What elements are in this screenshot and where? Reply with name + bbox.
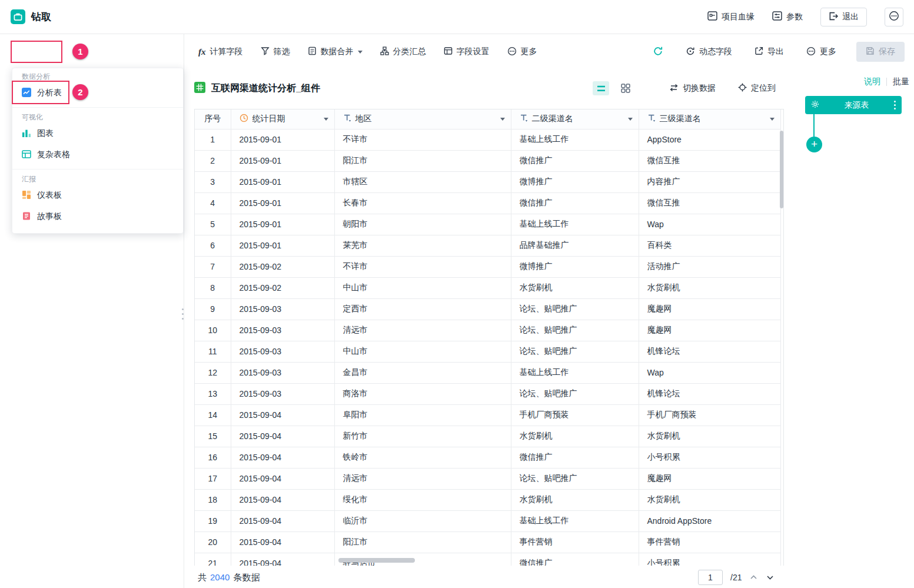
more-left-button[interactable]: 更多 xyxy=(507,46,537,58)
cell-channel3: 水货刷机 xyxy=(639,426,780,447)
column-label-channel2: 二级渠道名 xyxy=(532,114,573,124)
cell-channel3: Wap xyxy=(639,362,780,383)
dashboard-icon xyxy=(22,190,31,201)
project-lineage-button[interactable]: 项目血缘 xyxy=(707,11,755,22)
note-tab[interactable]: 说明 xyxy=(864,77,880,87)
save-button[interactable]: 保存 xyxy=(856,42,905,62)
table-row[interactable]: 8 2015-09-02 中山市 水货刷机 水货刷机 xyxy=(195,277,780,298)
export-button[interactable]: 导出 xyxy=(755,46,784,57)
storyboard-icon xyxy=(22,211,31,222)
filter-button[interactable]: 筛选 xyxy=(261,46,290,57)
switch-data-button[interactable]: 切换数据 xyxy=(669,83,716,94)
add-step-button[interactable]: + xyxy=(806,137,822,152)
data-merge-button[interactable]: 数据合并 xyxy=(308,46,363,57)
locate-to-button[interactable]: 定位到 xyxy=(738,83,776,94)
document-icon xyxy=(308,46,317,57)
cell-date: 2015-09-04 xyxy=(231,404,334,426)
right-panel-tabs: 说明 批量 xyxy=(864,77,909,87)
data-table-container: 序号 统计日期 地区 二级渠道名 xyxy=(194,109,784,566)
params-button[interactable]: 参数 xyxy=(772,11,803,22)
menu-item-storyboard[interactable]: 故事板 xyxy=(12,206,183,227)
cell-region: 中山市 xyxy=(334,277,511,298)
org-chart-icon xyxy=(380,46,389,57)
cell-channel3: 机锋论坛 xyxy=(639,341,780,362)
component-title: 互联网渠道统计分析_组件 xyxy=(211,82,320,95)
analysis-table-icon xyxy=(22,88,31,99)
more-options-button[interactable] xyxy=(885,8,903,26)
table-row[interactable]: 3 2015-09-01 市辖区 微博推广 内容推广 xyxy=(195,171,780,192)
previous-page-icon[interactable] xyxy=(749,573,758,582)
menu-item-chart[interactable]: 图表 xyxy=(12,123,183,144)
grid-view-toggle[interactable] xyxy=(617,81,634,95)
table-row[interactable]: 21 2015-09-04 驻马店市 微信推广 小号积累 xyxy=(195,553,780,566)
more-circle-icon xyxy=(507,46,517,58)
more-left-label: 更多 xyxy=(521,46,537,57)
table-row[interactable]: 17 2015-09-04 清远市 论坛、贴吧推广 魔趣网 xyxy=(195,468,780,489)
table-row[interactable]: 1 2015-09-01 不详市 基础上线工作 AppStore xyxy=(195,129,780,150)
batch-tab[interactable]: 批量 xyxy=(893,77,909,87)
menu-item-analysis-table[interactable]: 分析表 xyxy=(12,82,183,104)
cell-no: 9 xyxy=(195,298,231,320)
cell-no: 6 xyxy=(195,235,231,256)
cell-channel3: Android AppStore xyxy=(639,510,780,531)
next-page-icon[interactable] xyxy=(766,573,775,582)
column-dropdown-region[interactable] xyxy=(500,118,505,121)
table-row[interactable]: 13 2015-09-03 商洛市 论坛、贴吧推广 机锋论坛 xyxy=(195,383,780,404)
exit-icon xyxy=(829,12,838,22)
table-row[interactable]: 14 2015-09-04 阜阳市 手机厂商预装 手机厂商预装 xyxy=(195,404,780,426)
menu-item-dashboard[interactable]: 仪表板 xyxy=(12,185,183,206)
node-menu-icon[interactable] xyxy=(894,101,896,109)
cell-channel3: 事件营销 xyxy=(639,531,780,553)
table-row[interactable]: 10 2015-09-03 清远市 论坛、贴吧推广 魔趣网 xyxy=(195,320,780,341)
menu-item-label: 仪表板 xyxy=(37,190,62,201)
lineage-icon xyxy=(707,11,717,22)
cell-channel3: Wap xyxy=(639,214,780,235)
group-summary-button[interactable]: 分类汇总 xyxy=(380,46,426,57)
cell-no: 13 xyxy=(195,383,231,404)
calculated-field-button[interactable]: fx 计算字段 xyxy=(198,46,243,57)
cell-no: 12 xyxy=(195,362,231,383)
column-dropdown-date[interactable] xyxy=(324,118,328,121)
table-row[interactable]: 9 2015-09-03 定西市 论坛、贴吧推广 魔趣网 xyxy=(195,298,780,320)
menu-item-label: 故事板 xyxy=(37,211,62,222)
horizontal-scrollbar-thumb[interactable] xyxy=(338,558,415,563)
table-row[interactable]: 20 2015-09-04 阳江市 事件营销 事件营销 xyxy=(195,531,780,553)
page-number-input[interactable] xyxy=(698,570,723,585)
total-count[interactable]: 2040 xyxy=(210,572,230,583)
panel-resize-handle[interactable] xyxy=(180,308,185,320)
vertical-scrollbar-thumb[interactable] xyxy=(780,131,783,208)
menu-item-complex-table[interactable]: 复杂表格 xyxy=(12,144,183,165)
dynamic-field-button[interactable]: 动态字段 xyxy=(686,46,732,58)
table-row[interactable]: 2 2015-09-01 阳江市 微信推广 微信互推 xyxy=(195,150,780,171)
list-view-toggle[interactable] xyxy=(593,81,609,95)
table-row[interactable]: 5 2015-09-01 朝阳市 基础上线工作 Wap xyxy=(195,214,780,235)
exit-button[interactable]: 退出 xyxy=(820,8,867,26)
table-row[interactable]: 18 2015-09-04 绥化市 水货刷机 水货刷机 xyxy=(195,489,780,510)
cell-no: 19 xyxy=(195,510,231,531)
source-table-label: 来源表 xyxy=(819,100,894,111)
column-dropdown-channel2[interactable] xyxy=(628,118,633,121)
source-table-node[interactable]: 来源表 xyxy=(805,96,902,114)
tab-separator xyxy=(886,78,887,86)
column-label-region: 地区 xyxy=(355,114,372,124)
column-dropdown-channel3[interactable] xyxy=(770,118,775,121)
menu-item-label: 复杂表格 xyxy=(37,150,70,160)
cell-channel2: 事件营销 xyxy=(511,531,639,553)
column-label-no: 序号 xyxy=(204,114,221,124)
table-row[interactable]: 4 2015-09-01 长春市 微信推广 微信互推 xyxy=(195,192,780,214)
table-row[interactable]: 6 2015-09-01 莱芜市 品牌基础推广 百科类 xyxy=(195,235,780,256)
refresh-button[interactable] xyxy=(653,46,663,58)
table-row[interactable]: 7 2015-09-02 不详市 微博推广 活动推广 xyxy=(195,256,780,277)
locate-to-label: 定位到 xyxy=(751,83,776,94)
table-row[interactable]: 15 2015-09-04 新竹市 水货刷机 水货刷机 xyxy=(195,426,780,447)
table-row[interactable]: 16 2015-09-04 铁岭市 微信推广 小号积累 xyxy=(195,447,780,468)
table-row[interactable]: 19 2015-09-04 临沂市 基础上线工作 Android AppStor… xyxy=(195,510,780,531)
more-right-button[interactable]: 更多 xyxy=(806,46,836,58)
table-row[interactable]: 11 2015-09-03 中山市 论坛、贴吧推广 机锋论坛 xyxy=(195,341,780,362)
menu-section-data-analysis: 数据分析 xyxy=(12,71,183,82)
table-row[interactable]: 12 2015-09-03 金昌市 基础上线工作 Wap xyxy=(195,362,780,383)
cell-no: 15 xyxy=(195,426,231,447)
cell-region: 莱芜市 xyxy=(334,235,511,256)
field-settings-button[interactable]: 字段设置 xyxy=(444,46,490,57)
cell-region: 朝阳市 xyxy=(334,214,511,235)
